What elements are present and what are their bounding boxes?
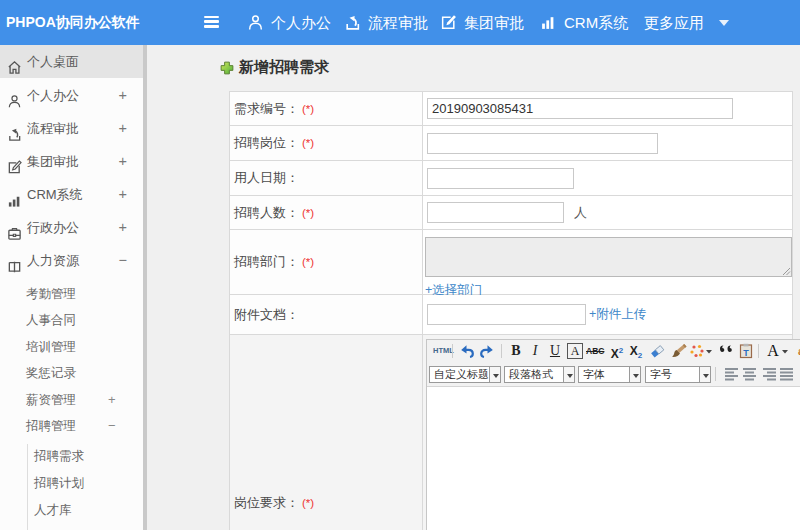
svg-text:T: T [743,348,749,358]
